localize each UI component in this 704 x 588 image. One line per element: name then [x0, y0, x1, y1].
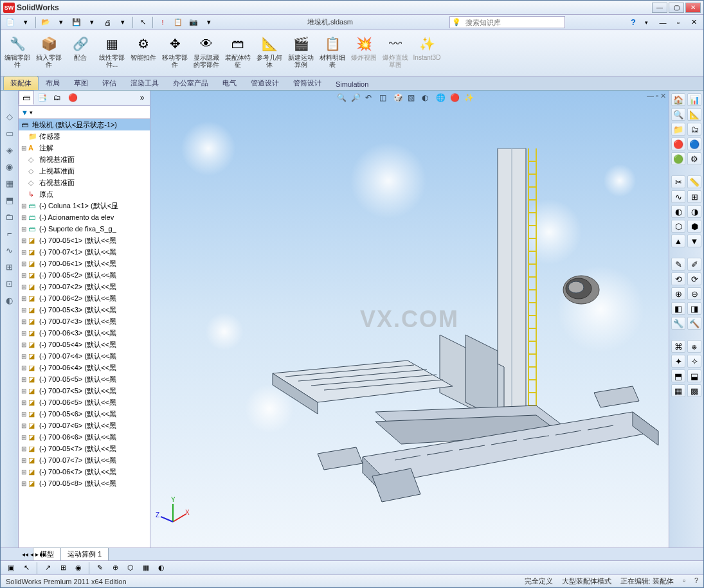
tree-item[interactable]: ⊞◪(-) 700-06<3> (默认<<黑	[19, 327, 150, 339]
rb-icon[interactable]: 🟢	[671, 152, 685, 165]
new-button[interactable]: 📄	[3, 16, 17, 29]
tree-item[interactable]: ⊞🗃(-) Coluna 1<1> (默认<显	[19, 200, 150, 211]
tree-item[interactable]: ◇上视基准面	[19, 165, 150, 177]
rb-icon[interactable]: ⬢	[687, 220, 701, 233]
feature-tree[interactable]: 🗃堆垛机 (默认<显示状态-1>) 📁传感器⊞A注解 ◇前视基准面 ◇上视基准面…	[19, 119, 150, 548]
rb-icon[interactable]: ⊖	[687, 287, 701, 300]
ribbon-button[interactable]: 📦插入零部件	[33, 31, 64, 74]
expand-icon[interactable]: ⊞	[21, 283, 28, 290]
lb-icon[interactable]: ∿	[3, 244, 16, 256]
vp-restore-icon[interactable]: ▫	[656, 92, 658, 100]
rb-icon[interactable]: ⚙	[687, 152, 701, 165]
rb-icon[interactable]: ⎈	[687, 340, 701, 353]
open-button[interactable]: 📂	[39, 16, 53, 29]
rb-icon[interactable]: ◑	[687, 205, 701, 218]
rb-icon[interactable]: ⬓	[687, 370, 701, 382]
rb-icon[interactable]: ◐	[671, 205, 685, 218]
lb-icon[interactable]: 🗀	[3, 210, 16, 223]
sb-icon[interactable]: ↖	[20, 562, 33, 574]
options-button[interactable]: 📋	[171, 16, 185, 29]
expand-icon[interactable]: ⊞	[21, 422, 28, 429]
lb-icon[interactable]: ⊞	[3, 260, 16, 273]
ribbon-button[interactable]: 🗃装配体特征	[222, 31, 253, 74]
ribbon-button[interactable]: 📐参考几何体	[254, 31, 285, 74]
command-tab[interactable]: 评估	[95, 76, 123, 90]
tree-expand-icon[interactable]: »	[134, 91, 150, 105]
section-icon[interactable]: ◫	[379, 93, 392, 106]
view-orient-icon[interactable]: 🎲	[393, 93, 406, 106]
expand-icon[interactable]: ⊞	[21, 353, 28, 360]
3d-viewport[interactable]: 🔍 🔎 ↶ ◫ 🎲 ▧ ◐ 🌐 🔴 ✨ — ▫ ✕	[150, 91, 669, 548]
vp-close-icon[interactable]: ✕	[660, 92, 666, 100]
expand-icon[interactable]	[21, 133, 28, 140]
expand-icon[interactable]: ⊞	[21, 145, 28, 152]
zoom-fit-icon[interactable]: 🔍	[337, 93, 350, 106]
ribbon-button[interactable]: 〰爆炸直线草图	[380, 31, 411, 74]
sb-icon[interactable]: ▦	[140, 562, 152, 574]
tree-item[interactable]: ⊞◪(-) 700-05<7> (默认<<黑	[19, 443, 150, 454]
rb-icon[interactable]: 📏	[687, 175, 701, 188]
rb-icon[interactable]: ✦	[671, 355, 685, 368]
expand-icon[interactable]: ⊞	[21, 411, 28, 418]
appearance-icon[interactable]: 🔴	[450, 93, 463, 106]
tree-tab-feature[interactable]: 🗃	[19, 91, 34, 105]
rb-icon[interactable]: ✂	[671, 175, 685, 188]
tree-tab-config[interactable]: 📑	[34, 91, 50, 105]
expand-icon[interactable]: ⊞	[21, 295, 28, 302]
rb-icon[interactable]: ⟲	[671, 272, 685, 285]
tree-item[interactable]: ⊞◪(-) 700-06<6> (默认<<黑	[19, 431, 150, 443]
display-style-icon[interactable]: ▧	[408, 93, 420, 106]
command-tab[interactable]: 管道设计	[244, 76, 286, 90]
expand-icon[interactable]: ⊞	[21, 434, 28, 441]
rebuild-button[interactable]: !	[156, 16, 170, 29]
mdi-restore-button[interactable]: —	[656, 16, 670, 29]
rb-icon[interactable]: ∿	[671, 190, 685, 203]
sb-icon[interactable]: ◐	[155, 562, 168, 574]
expand-icon[interactable]: ⊞	[21, 457, 28, 464]
rb-icon[interactable]: 📁	[671, 123, 685, 136]
tree-item[interactable]: ⊞◪(-) 700-05<2> (默认<<黑	[19, 269, 150, 281]
tree-item[interactable]: ⊞◪(-) 700-06<2> (默认<<黑	[19, 292, 150, 304]
tree-item[interactable]: ⊞◪(-) 700-05<3> (默认<<黑	[19, 304, 150, 316]
expand-icon[interactable]: ⊞	[21, 341, 28, 348]
command-tab[interactable]: 渲染工具	[123, 76, 166, 90]
expand-icon[interactable]: ⊞	[21, 318, 28, 325]
rb-icon[interactable]: ▲	[671, 235, 685, 247]
tree-item[interactable]: ⊞◪(-) 700-06<4> (默认<<黑	[19, 362, 150, 373]
lb-icon[interactable]: ⬒	[3, 193, 16, 206]
lb-icon[interactable]: ⊡	[3, 277, 16, 290]
dropdown-icon[interactable]: ▾	[202, 16, 216, 29]
tree-tab-appear[interactable]: 🔴	[65, 91, 80, 105]
ribbon-button[interactable]: 📋材料明细表	[317, 31, 348, 74]
command-tab[interactable]: 电气	[215, 76, 244, 90]
dropdown-icon[interactable]: ▾	[85, 16, 99, 29]
sb-icon[interactable]: ⬡	[124, 562, 137, 574]
rb-icon[interactable]: ⌘	[671, 340, 685, 353]
command-tab[interactable]: 布局	[39, 76, 67, 90]
expand-icon[interactable]: ⊞	[21, 272, 28, 279]
ribbon-button[interactable]: 🔧编辑零部件	[2, 31, 33, 74]
tree-item[interactable]: ⊞◪(-) 700-05<6> (默认<<黑	[19, 408, 150, 420]
dropdown-icon[interactable]: ▾	[54, 16, 68, 29]
mdi-close-button[interactable]: ✕	[687, 16, 701, 29]
ribbon-button[interactable]: ▦线性零部件...	[96, 31, 127, 74]
zoom-area-icon[interactable]: 🔎	[351, 93, 364, 106]
tree-item[interactable]: ⊞◪(-) 700-06<5> (默认<<黑	[19, 396, 150, 408]
search-input[interactable]	[463, 19, 564, 26]
tree-item[interactable]: ⊞◪(-) 700-05<1> (默认<<黑	[19, 235, 150, 246]
rb-icon[interactable]: 📊	[687, 93, 701, 106]
rb-icon[interactable]: ⊞	[687, 190, 701, 203]
vp-min-icon[interactable]: —	[647, 92, 654, 100]
sb-icon[interactable]: ⊞	[57, 562, 69, 574]
expand-icon[interactable]: ⊞	[21, 468, 28, 476]
expand-icon[interactable]: ⊞	[21, 480, 28, 487]
status-unit-icon[interactable]: ▫	[683, 576, 685, 586]
expand-icon[interactable]: ⊞	[21, 226, 28, 233]
sb-icon[interactable]: ✎	[93, 562, 106, 574]
tree-item[interactable]: ⊞◪(-) 700-07<7> (默认<<黑	[19, 454, 150, 466]
close-button[interactable]: ✕	[685, 3, 701, 13]
rb-icon[interactable]: ✐	[687, 258, 701, 271]
tree-item[interactable]: ⊞◪(-) 700-05<5> (默认<<黑	[19, 373, 150, 385]
expand-icon[interactable]: ⊞	[21, 445, 28, 452]
rb-icon[interactable]: ◨	[687, 302, 701, 315]
